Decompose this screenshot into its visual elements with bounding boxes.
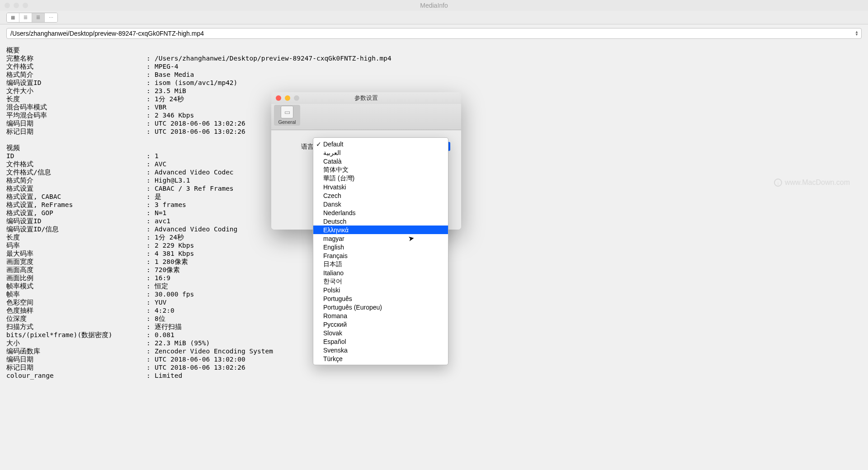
info-value: 720像素: [155, 266, 862, 274]
language-menu-item[interactable]: 한국어: [313, 277, 448, 286]
info-label: 标记日期: [6, 363, 146, 371]
info-sep: :: [146, 298, 155, 306]
info-label: 最大码率: [6, 249, 146, 258]
language-menu[interactable]: DefaultالعربيةCatalà简体中文華語 (台灣)HrvatskiC…: [313, 137, 448, 365]
info-label: 格式设置, GOP: [6, 209, 146, 217]
info-sep: :: [146, 119, 155, 127]
language-menu-item[interactable]: Polski: [313, 286, 448, 294]
info-label: 色度抽样: [6, 306, 146, 315]
language-menu-item[interactable]: Ελληνικά: [313, 226, 448, 234]
prefs-zoom-button[interactable]: [294, 95, 299, 101]
language-menu-item[interactable]: Português: [313, 294, 448, 303]
info-value: /Users/zhanghanwei/Desktop/preview-89247…: [155, 54, 862, 62]
info-sep: :: [146, 54, 155, 62]
info-label: 格式设置, CABAC: [6, 193, 146, 201]
prefs-close-button[interactable]: [276, 95, 281, 101]
info-value: Advanced Video Codec: [155, 168, 862, 176]
info-value: Limited: [155, 371, 862, 380]
info-label: 文件格式: [6, 62, 146, 70]
minimize-button[interactable]: [14, 3, 19, 8]
file-path-text: /Users/zhanghanwei/Desktop/preview-89247…: [10, 30, 204, 37]
info-label: 文件大小: [6, 87, 146, 95]
language-menu-item[interactable]: Slovak: [313, 329, 448, 337]
info-value: 23.5 MiB: [155, 87, 862, 95]
info-sep: :: [146, 371, 155, 380]
info-value: 30.000 fps: [155, 290, 862, 298]
info-sep: :: [146, 355, 155, 363]
info-value: YUV: [155, 298, 862, 306]
language-menu-item[interactable]: Hrvatski: [313, 183, 448, 191]
info-value: 逐行扫描: [155, 323, 862, 331]
info-label: 帧率模式: [6, 282, 146, 290]
prefs-titlebar: 参数设置: [271, 92, 461, 104]
language-menu-item[interactable]: العربية: [313, 148, 448, 157]
info-sep: :: [146, 331, 155, 339]
main-titlebar: MediaInfo: [0, 0, 868, 11]
info-sep: :: [146, 315, 155, 323]
language-menu-item[interactable]: Deutsch: [313, 217, 448, 226]
info-label: 标记日期: [6, 127, 146, 136]
info-label: bits/(pixel*frame)(数据密度): [6, 331, 146, 339]
info-sep: :: [146, 168, 155, 176]
info-sep: :: [146, 323, 155, 331]
language-menu-item[interactable]: English: [313, 243, 448, 251]
view-icon-mode[interactable]: ▦: [7, 13, 19, 22]
info-label: 编码函数库: [6, 347, 146, 355]
prefs-minimize-button[interactable]: [285, 95, 290, 101]
info-sep: :: [146, 87, 155, 95]
info-sep: :: [146, 233, 155, 241]
info-label: 格式简介: [6, 70, 146, 79]
language-menu-item[interactable]: Português (Europeu): [313, 303, 448, 311]
info-value: 4:2:0: [155, 306, 862, 315]
info-label: 格式设置, ReFrames: [6, 201, 146, 209]
info-sep: :: [146, 127, 155, 136]
language-menu-item[interactable]: Default: [313, 140, 448, 148]
language-menu-item[interactable]: Català: [313, 157, 448, 165]
info-value: N=1: [155, 209, 862, 217]
language-menu-item[interactable]: Русский: [313, 320, 448, 329]
info-sep: :: [146, 160, 155, 168]
info-label: 混合码率模式: [6, 103, 146, 111]
language-menu-item[interactable]: 简体中文: [313, 165, 448, 174]
info-value: 是: [155, 193, 862, 201]
info-sep: :: [146, 217, 155, 225]
info-label: 大小: [6, 339, 146, 347]
language-menu-item[interactable]: 日本語: [313, 260, 448, 268]
info-sep: :: [146, 201, 155, 209]
info-label: 帧率: [6, 290, 146, 298]
info-value: 4 381 Kbps: [155, 249, 862, 258]
view-column-mode[interactable]: ☰: [32, 13, 45, 22]
zoom-button[interactable]: [23, 3, 28, 8]
language-menu-item[interactable]: Italiano: [313, 268, 448, 277]
section-header: 概要: [6, 46, 862, 54]
close-button[interactable]: [5, 3, 10, 8]
language-menu-item[interactable]: Türkçe: [313, 354, 448, 363]
view-toolbar: ▦ ☰ ☰ ⋯: [0, 11, 868, 24]
language-menu-item[interactable]: Romana: [313, 311, 448, 320]
watermark-icon: ↓: [774, 179, 782, 187]
language-menu-item[interactable]: Nederlands: [313, 208, 448, 217]
watermark-text: www.MacDown.com: [785, 179, 850, 187]
path-stepper-icon[interactable]: ▲▼: [855, 31, 859, 36]
language-menu-item[interactable]: Français: [313, 251, 448, 260]
info-label: 画面比例: [6, 274, 146, 282]
info-sep: :: [146, 111, 155, 119]
view-mode-segment[interactable]: ▦ ☰ ☰ ⋯: [6, 13, 58, 23]
language-menu-item[interactable]: Español: [313, 337, 448, 346]
info-value: 16:9: [155, 274, 862, 282]
info-value: Zencoder Video Encoding System: [155, 347, 862, 355]
prefs-tab-general[interactable]: ▭ General: [274, 105, 300, 126]
language-menu-item[interactable]: Czech: [313, 191, 448, 200]
info-value: 0.081: [155, 331, 862, 339]
info-label: 格式设置: [6, 184, 146, 193]
view-list-mode[interactable]: ☰: [19, 13, 32, 22]
view-more-mode[interactable]: ⋯: [45, 13, 57, 22]
info-value: 22.3 MiB (95%): [155, 339, 862, 347]
file-path-field[interactable]: /Users/zhanghanwei/Desktop/preview-89247…: [6, 28, 862, 39]
language-menu-item[interactable]: magyar: [313, 234, 448, 243]
watermark: ↓ www.MacDown.com: [774, 179, 850, 187]
language-menu-item[interactable]: Svenska: [313, 346, 448, 354]
language-menu-item[interactable]: Dansk: [313, 200, 448, 208]
language-menu-item[interactable]: 華語 (台灣): [313, 174, 448, 183]
info-sep: :: [146, 184, 155, 193]
